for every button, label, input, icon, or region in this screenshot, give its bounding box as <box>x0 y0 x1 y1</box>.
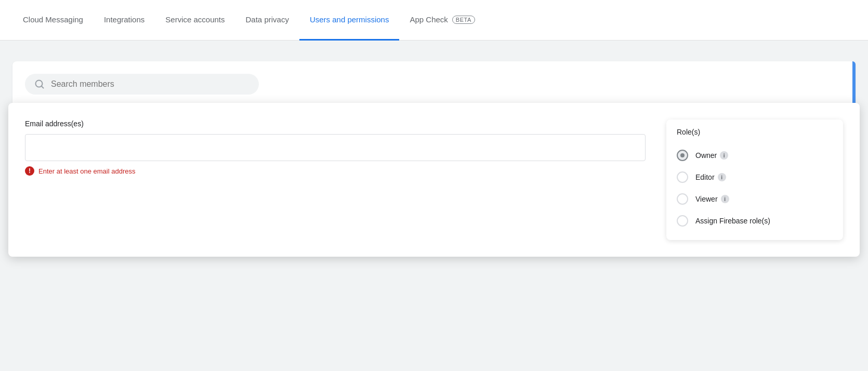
svg-line-1 <box>42 86 44 88</box>
top-nav: Cloud Messaging Integrations Service acc… <box>0 0 868 41</box>
error-text: Enter at least one email address <box>38 167 135 175</box>
search-input[interactable] <box>51 80 249 89</box>
viewer-info-icon[interactable]: i <box>721 195 729 203</box>
editor-info-icon[interactable]: i <box>718 173 726 181</box>
search-icon <box>34 79 45 89</box>
roles-panel: Role(s) Owner i Editor i <box>666 120 843 240</box>
role-option-firebase[interactable]: Assign Firebase role(s) <box>677 210 833 232</box>
nav-data-privacy[interactable]: Data privacy <box>235 1 299 41</box>
nav-service-accounts[interactable]: Service accounts <box>155 1 235 41</box>
error-message-container: ! Enter at least one email address <box>25 166 646 176</box>
role-viewer-label: Viewer i <box>695 195 729 203</box>
nav-integrations[interactable]: Integrations <box>94 1 155 41</box>
role-firebase-label: Assign Firebase role(s) <box>695 217 770 225</box>
role-editor-label: Editor i <box>695 173 726 181</box>
nav-cloud-messaging[interactable]: Cloud Messaging <box>12 1 94 41</box>
nav-users-permissions[interactable]: Users and permissions <box>299 1 400 41</box>
form-left: Email address(es) ! Enter at least one e… <box>25 120 646 240</box>
radio-owner[interactable] <box>677 150 688 161</box>
email-input[interactable] <box>25 134 646 161</box>
role-option-editor[interactable]: Editor i <box>677 166 833 188</box>
owner-info-icon[interactable]: i <box>720 151 728 160</box>
beta-badge: BETA <box>452 16 475 24</box>
radio-viewer[interactable] <box>677 193 688 205</box>
role-option-owner[interactable]: Owner i <box>677 144 833 166</box>
radio-firebase[interactable] <box>677 215 688 227</box>
roles-label: Role(s) <box>677 128 833 136</box>
email-label: Email address(es) <box>25 120 646 128</box>
nav-app-check-label: App Check <box>410 15 448 24</box>
role-option-viewer[interactable]: Viewer i <box>677 188 833 210</box>
search-container <box>25 74 259 95</box>
add-member-form: Email address(es) ! Enter at least one e… <box>8 103 860 257</box>
nav-app-check[interactable]: App Check BETA <box>399 1 485 41</box>
main-content: Member ↑ Roles Email address(es) ! Enter… <box>0 41 868 371</box>
radio-editor[interactable] <box>677 171 688 183</box>
error-icon: ! <box>25 166 34 176</box>
role-owner-label: Owner i <box>695 151 728 160</box>
